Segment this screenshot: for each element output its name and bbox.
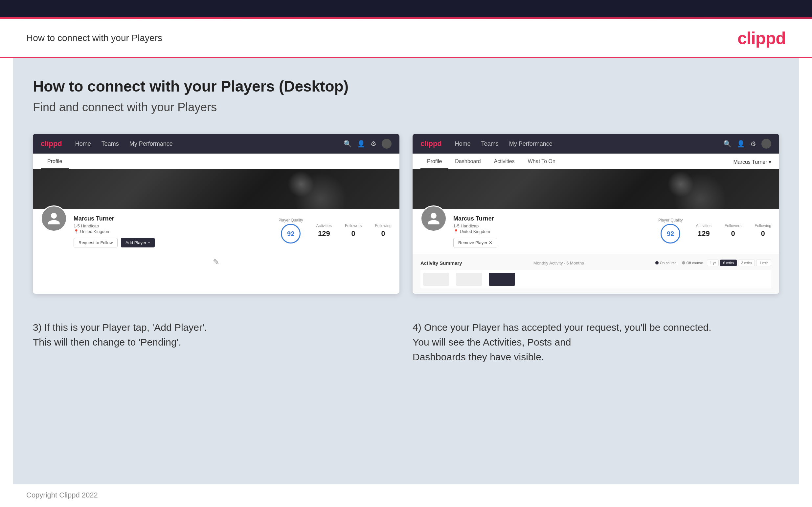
legend-on-course: On course — [655, 261, 677, 265]
location-icon: 📍 — [73, 229, 79, 234]
tab-profile-right[interactable]: Profile — [420, 155, 448, 169]
tab-what-to-on[interactable]: What To On — [521, 155, 562, 169]
captions-row: 3) If this is your Player tap, 'Add Play… — [33, 314, 779, 371]
caption-right-text: 4) Once your Player has accepted your re… — [413, 320, 779, 364]
left-nav-logo: clippd — [41, 139, 62, 148]
left-activities-stat: Activities 129 — [316, 223, 332, 238]
right-nav-avatar[interactable] — [761, 139, 771, 149]
add-player-button[interactable]: Add Player + — [121, 238, 155, 247]
right-quality-stat: Player Quality 92 — [658, 218, 683, 243]
right-nav-icons: 🔍 👤 ⚙ — [723, 139, 771, 149]
left-player-avatar — [41, 206, 67, 232]
chart-placeholder-1 — [423, 273, 449, 286]
left-profile-section: Marcus Turner 1-5 Handicap 📍 United King… — [33, 209, 399, 254]
activity-legend: On course Off course — [655, 261, 703, 265]
plus-icon: + — [148, 240, 150, 245]
right-following-stat: Following 0 — [755, 223, 771, 238]
settings-icon[interactable]: ⚙ — [370, 140, 376, 148]
period-3mths[interactable]: 3 mths — [738, 260, 755, 266]
search-icon[interactable]: 🔍 — [344, 140, 352, 148]
activity-header: Activity Summary Monthly Activity · 6 Mo… — [420, 260, 771, 266]
right-profile-section: Marcus Turner 1-5 Handicap 📍 United King… — [413, 209, 779, 254]
right-settings-icon[interactable]: ⚙ — [750, 140, 756, 148]
off-course-dot — [682, 261, 685, 265]
close-icon: ✕ — [489, 240, 492, 245]
legend-off-course: Off course — [682, 261, 703, 265]
left-nav-icons: 🔍 👤 ⚙ — [344, 139, 392, 149]
clippd-logo: clippd — [738, 28, 786, 48]
right-nav-teams[interactable]: Teams — [481, 140, 499, 147]
caption-left: 3) If this is your Player tap, 'Add Play… — [33, 314, 399, 371]
right-profile-info: Marcus Turner 1-5 Handicap 📍 United King… — [453, 215, 652, 247]
chart-area — [420, 270, 771, 288]
activity-summary: Activity Summary Monthly Activity · 6 Mo… — [413, 254, 779, 294]
left-tabs: Profile — [33, 154, 399, 169]
chart-placeholder-2 — [456, 273, 482, 286]
left-following-stat: Following 0 — [375, 223, 392, 238]
main-content: How to connect with your Players (Deskto… — [13, 58, 799, 484]
left-player-location: 📍 United Kingdom — [73, 229, 272, 234]
copyright-text: Copyright Clippd 2022 — [26, 491, 98, 499]
request-follow-button[interactable]: Request to Follow — [73, 238, 117, 247]
tab-activities[interactable]: Activities — [488, 155, 521, 169]
caption-right: 4) Once your Player has accepted your re… — [413, 314, 779, 371]
screenshot-right: clippd Home Teams My Performance 🔍 👤 ⚙ P… — [413, 134, 779, 294]
right-player-location: 📍 United Kingdom — [453, 229, 652, 234]
chart-bar-active — [489, 273, 515, 286]
period-buttons: 1 yr 6 mths 3 mths 1 mth — [707, 260, 771, 266]
left-followers-stat: Followers 0 — [345, 223, 362, 238]
left-stats: Player Quality 92 Activities 129 Followe… — [278, 215, 392, 243]
right-nav-logo: clippd — [420, 139, 442, 148]
right-location-icon: 📍 — [453, 229, 459, 234]
left-profile-info: Marcus Turner 1-5 Handicap 📍 United King… — [73, 215, 272, 247]
activity-title: Activity Summary — [420, 260, 462, 266]
screenshots-row: clippd Home Teams My Performance 🔍 👤 ⚙ P… — [33, 134, 779, 294]
left-banner — [33, 169, 399, 209]
breadcrumb: How to connect with your Players — [26, 33, 162, 43]
left-player-name: Marcus Turner — [73, 215, 272, 222]
left-nav-teams[interactable]: Teams — [101, 140, 119, 147]
right-followers-stat: Followers 0 — [725, 223, 742, 238]
nav-avatar[interactable] — [382, 139, 392, 149]
left-scroll-area: ✎ — [33, 254, 399, 270]
tab-profile-left[interactable]: Profile — [41, 155, 69, 169]
period-1mth[interactable]: 1 mth — [756, 260, 771, 266]
left-action-buttons: Request to Follow Add Player + — [73, 238, 272, 247]
footer: Copyright Clippd 2022 — [0, 484, 812, 506]
caption-left-text: 3) If this is your Player tap, 'Add Play… — [33, 320, 399, 349]
right-nav: clippd Home Teams My Performance 🔍 👤 ⚙ — [413, 134, 779, 154]
right-player-avatar — [420, 206, 447, 232]
right-user-icon[interactable]: 👤 — [737, 140, 745, 148]
right-player-handicap: 1-5 Handicap — [453, 223, 652, 228]
activity-subtitle: Monthly Activity · 6 Months — [534, 261, 584, 266]
right-nav-performance[interactable]: My Performance — [509, 140, 553, 147]
scroll-icon: ✎ — [213, 258, 219, 267]
left-player-handicap: 1-5 Handicap — [73, 223, 272, 228]
quality-circle: 92 — [281, 224, 301, 243]
remove-player-button[interactable]: Remove Player ✕ — [453, 238, 497, 247]
screenshot-left: clippd Home Teams My Performance 🔍 👤 ⚙ P… — [33, 134, 399, 294]
right-stats: Player Quality 92 Activities 129 Followe… — [658, 215, 771, 243]
on-course-dot — [655, 261, 659, 265]
right-nav-home[interactable]: Home — [455, 140, 471, 147]
right-search-icon[interactable]: 🔍 — [723, 140, 731, 148]
right-quality-circle: 92 — [661, 224, 680, 243]
page-subtitle: Find and connect with your Players — [33, 100, 779, 114]
activity-controls: On course Off course 1 yr 6 mths 3 mths — [655, 260, 771, 266]
left-quality-stat: Player Quality 92 — [278, 218, 303, 243]
right-action-buttons: Remove Player ✕ — [453, 238, 652, 247]
header: How to connect with your Players clippd — [0, 19, 812, 58]
period-6mths[interactable]: 6 mths — [720, 260, 737, 266]
right-activities-stat: Activities 129 — [696, 223, 711, 238]
right-player-name: Marcus Turner — [453, 215, 652, 222]
tab-dashboard[interactable]: Dashboard — [448, 155, 487, 169]
left-nav: clippd Home Teams My Performance 🔍 👤 ⚙ — [33, 134, 399, 154]
left-nav-home[interactable]: Home — [75, 140, 91, 147]
left-nav-performance[interactable]: My Performance — [130, 140, 173, 147]
user-icon[interactable]: 👤 — [357, 140, 365, 148]
right-banner — [413, 169, 779, 209]
period-1yr[interactable]: 1 yr — [707, 260, 719, 266]
page-title: How to connect with your Players (Deskto… — [33, 77, 779, 95]
top-bar — [0, 0, 812, 17]
user-dropdown[interactable]: Marcus Turner ▾ — [733, 155, 771, 169]
